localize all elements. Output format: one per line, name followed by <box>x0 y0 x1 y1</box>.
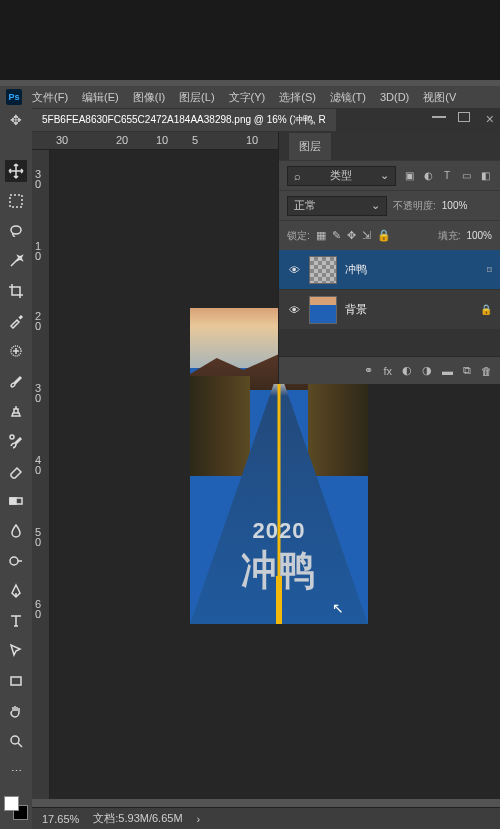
lock-position-icon[interactable]: ✥ <box>347 229 356 242</box>
marquee-tool[interactable] <box>5 190 27 212</box>
document-info[interactable]: 文档:5.93M/6.65M <box>93 811 182 826</box>
search-icon: ⌕ <box>294 170 301 182</box>
lock-buttons: ▦ ✎ ✥ ⇲ 🔒 <box>316 229 391 242</box>
status-bar: 17.65% 文档:5.93M/6.65M › <box>32 807 500 829</box>
menu-image[interactable]: 图像(I) <box>129 87 169 108</box>
layer-group-icon[interactable]: ▬ <box>442 365 453 377</box>
delete-layer-icon[interactable]: 🗑 <box>481 365 492 377</box>
window-restore-button[interactable] <box>458 112 470 122</box>
clone-stamp-tool[interactable] <box>5 400 27 422</box>
chevron-right-icon[interactable]: › <box>197 813 201 825</box>
svg-point-6 <box>10 557 18 565</box>
svg-point-3 <box>10 435 14 439</box>
layers-panel-tab[interactable]: 图层 <box>289 133 331 160</box>
opacity-label: 不透明度: <box>393 199 436 213</box>
window-close-button[interactable]: × <box>486 111 494 127</box>
menu-filter[interactable]: 滤镜(T) <box>326 87 370 108</box>
history-brush-tool[interactable] <box>5 430 27 452</box>
hand-tool[interactable] <box>5 700 27 722</box>
menu-file[interactable]: 文件(F) <box>28 87 72 108</box>
menu-3d[interactable]: 3D(D) <box>376 88 413 106</box>
layer-filter-icons: ▣ ◐ T ▭ ◧ <box>402 169 492 183</box>
layers-panel-footer: ⚭ fx ◐ ◑ ▬ ⧉ 🗑 <box>279 356 500 384</box>
layer-lock-icon[interactable]: 🔒 <box>480 304 492 315</box>
layer-filter-type-select[interactable]: ⌕ 类型 ⌄ <box>287 166 396 186</box>
blend-opacity-row: 正常 ⌄ 不透明度: 100% <box>279 190 500 220</box>
move-tool[interactable] <box>5 160 27 182</box>
svg-rect-7 <box>11 677 21 685</box>
filter-shape-icon[interactable]: ▭ <box>459 169 473 183</box>
menu-type[interactable]: 文字(Y) <box>225 87 270 108</box>
blur-tool[interactable] <box>5 520 27 542</box>
layer-list: 👁 冲鸭 ⌑ 👁 背景 🔒 <box>279 250 500 356</box>
svg-rect-0 <box>10 195 22 207</box>
layer-mask-icon[interactable]: ◐ <box>402 364 412 377</box>
lock-pixels-icon[interactable]: ✎ <box>332 229 341 242</box>
path-selection-tool[interactable] <box>5 640 27 662</box>
new-layer-icon[interactable]: ⧉ <box>463 364 471 377</box>
layer-name[interactable]: 背景 <box>345 302 367 317</box>
color-swatches[interactable] <box>4 796 28 820</box>
filter-type-icon[interactable]: T <box>440 169 454 183</box>
layer-name[interactable]: 冲鸭 <box>345 262 367 277</box>
adjustment-layer-icon[interactable]: ◑ <box>422 364 432 377</box>
lasso-tool[interactable] <box>5 220 27 242</box>
pen-tool[interactable] <box>5 580 27 602</box>
lock-artboard-icon[interactable]: ⇲ <box>362 229 371 242</box>
svg-rect-5 <box>10 498 16 504</box>
link-layers-icon[interactable]: ⚭ <box>364 364 373 377</box>
lock-all-icon[interactable]: 🔒 <box>377 229 391 242</box>
layers-panel: 图层 ⌕ 类型 ⌄ ▣ ◐ T ▭ ◧ 正常 ⌄ 不透明度: 100% 锁定: … <box>278 132 500 384</box>
document-tab[interactable]: 5FB6FEA8630FC655C2472A184AA38298.png @ 1… <box>32 109 336 131</box>
type-tool[interactable] <box>5 610 27 632</box>
menu-layer[interactable]: 图层(L) <box>175 87 218 108</box>
tools-panel: ⋯ <box>0 132 32 829</box>
brush-tool[interactable] <box>5 370 27 392</box>
spot-healing-tool[interactable] <box>5 340 27 362</box>
layer-filter-row: ⌕ 类型 ⌄ ▣ ◐ T ▭ ◧ <box>279 160 500 190</box>
zoom-level[interactable]: 17.65% <box>42 813 79 825</box>
opacity-value[interactable]: 100% <box>442 200 468 211</box>
dodge-tool[interactable] <box>5 550 27 572</box>
zoom-tool[interactable] <box>5 730 27 752</box>
magic-wand-tool[interactable] <box>5 250 27 272</box>
filter-adjust-icon[interactable]: ◐ <box>421 169 435 183</box>
vertical-ruler[interactable]: 3 0 1 0 2 0 3 0 4 0 5 0 6 0 <box>32 150 50 799</box>
layer-visibility-icon[interactable]: 👁 <box>287 264 301 276</box>
eraser-tool[interactable] <box>5 460 27 482</box>
smart-object-icon: ⌑ <box>487 265 492 275</box>
artwork-trees-right <box>308 376 368 476</box>
fill-value[interactable]: 100% <box>466 230 492 241</box>
filter-smart-icon[interactable]: ◧ <box>478 169 492 183</box>
layer-visibility-icon[interactable]: 👁 <box>287 304 301 316</box>
window-minimize-button[interactable] <box>432 116 446 118</box>
foreground-color-swatch[interactable] <box>4 796 19 811</box>
layer-row[interactable]: 👁 背景 🔒 <box>279 290 500 330</box>
menu-edit[interactable]: 编辑(E) <box>78 87 123 108</box>
layer-thumbnail[interactable] <box>309 256 337 284</box>
menu-bar: Ps 文件(F) 编辑(E) 图像(I) 图层(L) 文字(Y) 选择(S) 滤… <box>0 86 500 108</box>
filter-pixel-icon[interactable]: ▣ <box>402 169 416 183</box>
fill-label: 填充: <box>438 229 461 243</box>
layer-fx-icon[interactable]: fx <box>383 365 392 377</box>
crop-tool[interactable] <box>5 280 27 302</box>
lock-label: 锁定: <box>287 229 310 243</box>
svg-point-8 <box>11 736 19 744</box>
menu-view[interactable]: 视图(V <box>419 87 460 108</box>
eyedropper-tool[interactable] <box>5 310 27 332</box>
document-tab-bar: 5FB6FEA8630FC655C2472A184AA38298.png @ 1… <box>32 108 500 132</box>
rectangle-tool[interactable] <box>5 670 27 692</box>
blend-mode-select[interactable]: 正常 ⌄ <box>287 196 387 216</box>
edit-toolbar[interactable]: ⋯ <box>5 760 27 782</box>
gradient-tool[interactable] <box>5 490 27 512</box>
panel-tab-bar: 图层 <box>279 132 500 160</box>
chevron-down-icon: ⌄ <box>371 199 380 212</box>
menu-select[interactable]: 选择(S) <box>275 87 320 108</box>
layer-row[interactable]: 👁 冲鸭 ⌑ <box>279 250 500 290</box>
layer-list-spacer <box>279 330 500 356</box>
lock-transparent-icon[interactable]: ▦ <box>316 229 326 242</box>
photoshop-logo-icon: Ps <box>6 89 22 105</box>
move-tool-icon: ✥ <box>10 112 22 128</box>
layer-thumbnail[interactable] <box>309 296 337 324</box>
artwork-chinese-text: 冲鸭 <box>190 542 368 598</box>
